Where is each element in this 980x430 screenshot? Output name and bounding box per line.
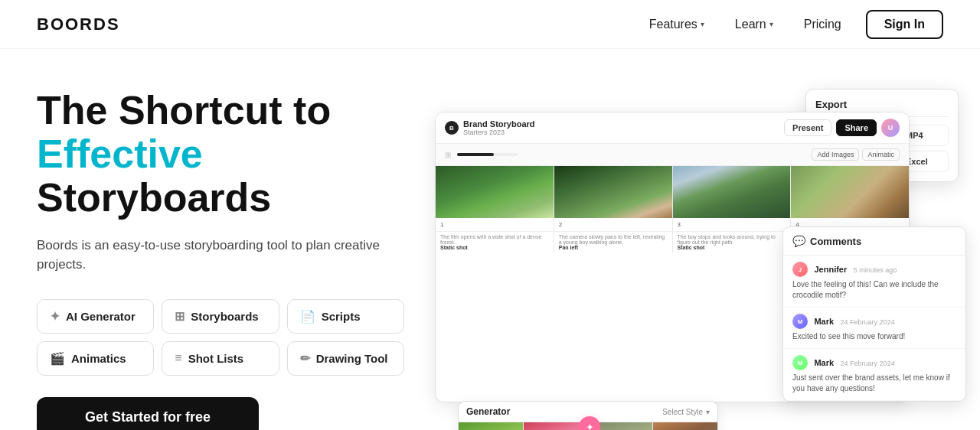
- frame-3[interactable]: 3 The boy stops and looks around, trying…: [673, 166, 791, 252]
- brand-label: B Brand Storyboard Starters 2023: [445, 119, 535, 136]
- storyboard-actions: Present Share U: [784, 119, 900, 137]
- frame-4-image: [791, 166, 909, 218]
- comments-icon: 💬: [792, 235, 805, 247]
- hero-title: The Shortcut to Effective Storyboards: [37, 89, 404, 220]
- hero-subtitle: Boords is an easy-to-use storyboarding t…: [37, 236, 404, 275]
- cta-button[interactable]: Get Started for free: [37, 397, 259, 430]
- frame-1[interactable]: 1 The film opens with a wide shot of a d…: [436, 166, 554, 252]
- frame-2-desc: The camera slowly pans to the left, reve…: [554, 232, 672, 252]
- present-button[interactable]: Present: [784, 119, 831, 136]
- logo[interactable]: BOORDS: [37, 15, 120, 34]
- frame-1-desc: The film opens with a wide shot of a den…: [436, 232, 554, 252]
- features-chevron-icon: ▾: [701, 20, 704, 28]
- add-images-button[interactable]: Add Images: [812, 148, 859, 161]
- mockup-area: Export 📄 PDF ▶ MP4 🌐 Web 📊 Excel: [435, 89, 943, 430]
- pricing-nav-item[interactable]: Pricing: [792, 11, 854, 37]
- frame-2-image: [554, 166, 672, 218]
- frame-2[interactable]: 2 The camera slowly pans to the left, re…: [554, 166, 672, 252]
- scripts-button[interactable]: 📄 Scripts: [287, 299, 404, 334]
- gen-image-4[interactable]: [653, 422, 717, 430]
- frame-3-meta: 3: [673, 218, 791, 232]
- nav-links: Features ▾ Learn ▾ Pricing Sign In: [637, 10, 943, 39]
- toolbar-grid-icon: ⊞: [445, 151, 451, 159]
- comments-panel: 💬 Comments J Jennifer 5 minutes ago Love…: [782, 226, 966, 402]
- comment-mark-1: M Mark 24 February 2024 Excited to see t…: [783, 308, 965, 349]
- share-button[interactable]: Share: [836, 119, 877, 136]
- frame-2-meta: 2: [554, 218, 672, 232]
- mark-avatar-2: M: [792, 355, 808, 370]
- toolbar-right-buttons: Add Images Animatic: [812, 148, 900, 161]
- progress-fill: [457, 153, 494, 156]
- comment-mark-2: M Mark 24 February 2024 Just sent over t…: [783, 349, 965, 401]
- comments-header: 💬 Comments: [783, 227, 965, 256]
- storyboard-toolbar: ⊞ Add Images Animatic: [436, 144, 909, 166]
- shot-lists-icon: ≡: [175, 351, 181, 365]
- storyboards-icon: ⊞: [175, 309, 185, 324]
- frame-3-image: [673, 166, 791, 218]
- navigation: BOORDS Features ▾ Learn ▾ Pricing Sign I…: [0, 0, 980, 49]
- user-avatar: U: [881, 119, 900, 137]
- shot-lists-button[interactable]: ≡ Shot Lists: [162, 341, 279, 376]
- animatic-button[interactable]: Animatic: [862, 148, 900, 161]
- features-nav-item[interactable]: Features ▾: [637, 11, 717, 37]
- drawing-tool-button[interactable]: ✏ Drawing Tool: [287, 341, 404, 376]
- mark-avatar-1: M: [792, 314, 808, 329]
- gen-image-2[interactable]: [524, 422, 588, 430]
- gen-image-1[interactable]: [459, 422, 523, 430]
- select-style-chevron-icon: ▾: [706, 408, 710, 416]
- brand-dot: B: [445, 121, 459, 135]
- animatics-icon: 🎬: [50, 351, 65, 366]
- drawing-tool-icon: ✏: [300, 351, 310, 366]
- frame-1-image: [436, 166, 554, 218]
- frame-3-desc: The boy stops and looks around, trying t…: [673, 232, 791, 252]
- jennifer-avatar: J: [792, 262, 808, 277]
- frame-1-meta: 1: [436, 218, 554, 232]
- progress-bar: [457, 153, 518, 156]
- main-content: The Shortcut to Effective Storyboards Bo…: [0, 49, 980, 430]
- hero-section: The Shortcut to Effective Storyboards Bo…: [37, 89, 435, 430]
- animatics-button[interactable]: 🎬 Animatics: [37, 341, 154, 376]
- feature-buttons-grid: ✦ AI Generator ⊞ Storyboards 📄 Scripts 🎬…: [37, 299, 404, 376]
- ai-generator-icon: ✦: [50, 309, 60, 324]
- learn-nav-item[interactable]: Learn ▾: [723, 11, 786, 37]
- learn-chevron-icon: ▾: [769, 20, 773, 28]
- storyboard-topbar: B Brand Storyboard Starters 2023 Present…: [436, 112, 909, 144]
- ai-generator-button[interactable]: ✦ AI Generator: [37, 299, 154, 334]
- select-style-button[interactable]: Select Style ▾: [662, 408, 710, 416]
- storyboards-button[interactable]: ⊞ Storyboards: [162, 299, 279, 334]
- signin-button[interactable]: Sign In: [866, 10, 943, 39]
- comment-jennifer: J Jennifer 5 minutes ago Love the feelin…: [783, 256, 965, 308]
- scripts-icon: 📄: [300, 309, 315, 324]
